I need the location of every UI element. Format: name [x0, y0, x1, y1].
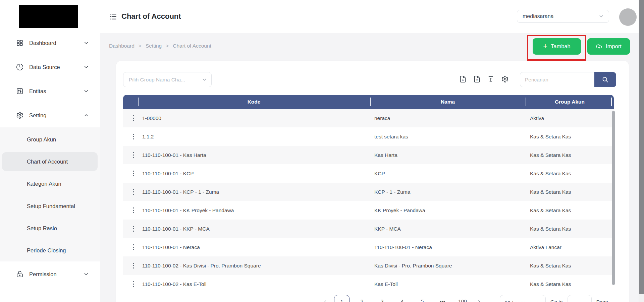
- sidebar-subitem-chart-of-account[interactable]: Chart of Account: [2, 152, 98, 171]
- search-button[interactable]: [594, 72, 616, 87]
- cell-nama: neraca: [370, 115, 526, 121]
- page-size-value: 10 / page: [505, 300, 526, 302]
- chevron-down-icon: [536, 300, 541, 302]
- file-pdf-icon: [459, 75, 467, 83]
- pagination-page-1[interactable]: 1: [334, 295, 350, 302]
- subitem-label: Chart of Account: [27, 159, 68, 165]
- breadcrumb-item[interactable]: Setting: [146, 43, 162, 49]
- export-excel-button[interactable]: [473, 75, 481, 83]
- row-menu-button[interactable]: [131, 224, 136, 234]
- table-scrollbar-thumb[interactable]: [612, 111, 615, 285]
- chevron-down-icon: [83, 64, 89, 70]
- pagination-page-2[interactable]: 2: [354, 295, 370, 302]
- sidebar-subitem-group-akun[interactable]: Group Akun: [0, 130, 100, 149]
- pagination-next-button[interactable]: [475, 295, 483, 302]
- breadcrumb: Dashboard>Setting>Chart of Account: [109, 43, 211, 49]
- sidebar-item-label: Permission: [29, 271, 57, 278]
- pagination-page-5[interactable]: 5: [415, 295, 430, 302]
- window-scrollbar-thumb[interactable]: [639, 0, 644, 294]
- pagination-page-100[interactable]: 100: [455, 295, 470, 302]
- row-menu-button[interactable]: [131, 243, 136, 252]
- sidebar-item-dashboard[interactable]: Dashboard: [0, 35, 100, 51]
- cell-kode: 110-110-100-01 - KKP - MCA: [138, 226, 370, 232]
- goto-label: Go to: [550, 295, 563, 302]
- row-menu-button[interactable]: [131, 261, 136, 270]
- chevron-down-icon: [83, 40, 89, 46]
- row-menu-button[interactable]: [131, 206, 136, 215]
- sidebar-item-label: Setting: [29, 112, 46, 119]
- table-header-row: Kode Nama Group Akun: [123, 95, 614, 109]
- cell-nama: test setara kas: [370, 134, 526, 140]
- row-menu-button[interactable]: [131, 280, 136, 289]
- content-area: Dashboard>Setting>Chart of Account + Tam…: [100, 33, 644, 302]
- row-menu-button[interactable]: [131, 114, 136, 123]
- pagination-pages: 12345•••100: [334, 295, 470, 302]
- search-input[interactable]: [520, 72, 594, 87]
- search-icon: [602, 76, 609, 83]
- cell-nama: Kas Divisi - Pro. Prambon Square: [370, 263, 526, 269]
- sidebar-subitem-setup-rasio[interactable]: Setup Rasio: [0, 219, 100, 238]
- top-header: Chart of Account mediasarana: [100, 0, 644, 33]
- row-menu-button[interactable]: [131, 132, 136, 141]
- table-body: 1-00000neracaAktiva1.1.2test setara kasK…: [123, 109, 614, 293]
- table-settings-button[interactable]: [501, 75, 509, 83]
- import-button[interactable]: Import: [587, 38, 630, 55]
- group-filter-placeholder: Pilih Group Nama Cha...: [129, 77, 202, 83]
- pie-chart-icon: [16, 63, 23, 71]
- sidebar-subitem-kategori-akun[interactable]: Kategori Akun: [0, 174, 100, 193]
- row-menu-button[interactable]: [131, 169, 136, 178]
- sidebar-subitem-periode-closing[interactable]: Periode Closing: [0, 241, 100, 260]
- sidebar-item-label: Data Source: [29, 64, 60, 70]
- add-button[interactable]: + Tambah: [533, 38, 581, 55]
- row-menu-button[interactable]: [131, 187, 136, 197]
- pagination-prev-button[interactable]: [321, 295, 329, 302]
- sidebar-item-entitas[interactable]: Entitas: [0, 83, 100, 99]
- user-avatar[interactable]: [619, 8, 637, 26]
- chevron-left-icon: [323, 299, 328, 302]
- chevron-down-icon: [598, 13, 604, 19]
- cell-nama: KK Proyek - Pandawa: [370, 207, 526, 214]
- table-row: 110-110-100-02 - Kas E-TollKas E-TollKas…: [123, 275, 614, 293]
- cell-kode: 1-00000: [138, 115, 370, 121]
- export-pdf-button[interactable]: [459, 75, 467, 83]
- logo[interactable]: [19, 5, 78, 28]
- breadcrumb-separator: >: [166, 43, 169, 49]
- column-header-nama[interactable]: Nama: [370, 95, 526, 109]
- breadcrumb-item[interactable]: Dashboard: [109, 43, 135, 49]
- pagination-page-4[interactable]: 4: [394, 295, 410, 302]
- table-row: 1-00000neracaAktiva: [123, 109, 614, 127]
- cell-nama: Kas Harta: [370, 152, 526, 158]
- window-scrollbar[interactable]: [639, 0, 644, 302]
- table-row: 110-110-100-01 - KCPKCPKas & Setara Kas: [123, 164, 614, 183]
- table-row: 110-110-100-01 - KCP - 1 - ZumaKCP - 1 -…: [123, 183, 614, 201]
- sidebar-item-data-source[interactable]: Data Source: [0, 59, 100, 75]
- cell-group-akun: Kas & Setara Kas: [526, 226, 614, 232]
- breadcrumb-item[interactable]: Chart of Account: [173, 43, 211, 49]
- cell-kode: 110-110-100-01 - Neraca: [138, 244, 370, 250]
- workspace-select-value: mediasarana: [523, 13, 598, 19]
- pagination-ellipsis[interactable]: •••: [435, 295, 450, 302]
- setting-submenu: Group Akun Chart of Account Kategori Aku…: [0, 127, 100, 261]
- sidebar: Dashboard Data Source Entitas Setting Gr…: [0, 0, 100, 302]
- row-menu-button[interactable]: [131, 150, 136, 160]
- page-size-select[interactable]: 10 / page: [500, 295, 546, 302]
- text-height-icon: [487, 75, 495, 83]
- sidebar-subitem-setup-fundamental[interactable]: Setup Fundamental: [0, 197, 100, 216]
- workspace-select[interactable]: mediasarana: [517, 10, 609, 23]
- column-header-group-akun[interactable]: Group Akun: [526, 95, 614, 109]
- sidebar-item-permission[interactable]: Permission: [0, 266, 100, 282]
- group-filter-select[interactable]: Pilih Group Nama Cha...: [123, 72, 212, 87]
- subitem-label: Setup Fundamental: [27, 203, 75, 209]
- pagination-page-3[interactable]: 3: [374, 295, 390, 302]
- chevron-down-icon: [202, 77, 207, 82]
- accounts-table: Kode Nama Group Akun 1-00000neracaAktiva…: [123, 95, 614, 293]
- sidebar-item-setting[interactable]: Setting: [0, 107, 100, 123]
- row-height-button[interactable]: [487, 75, 495, 83]
- cell-nama: KKP - MCA: [370, 226, 526, 232]
- application-window: Dashboard Data Source Entitas Setting Gr…: [0, 0, 644, 302]
- sidebar-item-label: Entitas: [29, 88, 46, 95]
- gear-icon: [16, 112, 23, 119]
- column-header-kode[interactable]: Kode: [138, 95, 370, 109]
- cell-group-akun: Aktiva: [526, 115, 614, 121]
- page-jump-input[interactable]: [568, 295, 592, 302]
